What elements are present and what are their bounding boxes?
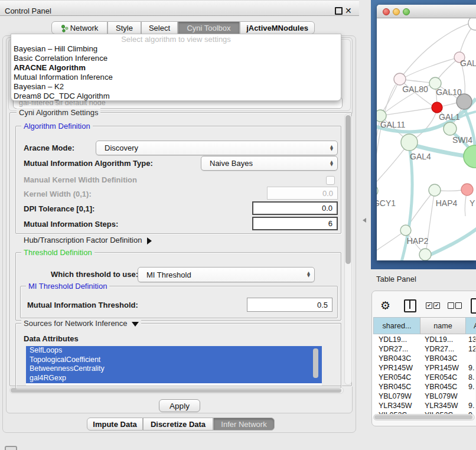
table-row[interactable]: YDR27... YDR27... 12 [372,344,475,354]
control-panel-titlebar [0,0,359,16]
cell-value: 12 [468,344,475,354]
settings-horizontal-scrollbar-thumb[interactable] [11,388,341,393]
table-row[interactable]: YDL19... YDL19... 13 [372,335,475,344]
algorithm-option[interactable]: Basic Correlation Inference [11,54,341,63]
node-gcy1[interactable] [377,185,378,197]
node-gal1-red[interactable] [432,102,442,113]
node-hap2[interactable] [400,225,411,236]
bottom-left-partial-icon [5,446,17,450]
algorithm-option-aracne[interactable]: ARACNE Algorithm [11,63,341,73]
algorithm-popup: Select algorithm to view settings Bayesi… [11,34,341,101]
float-window-icon[interactable] [335,7,343,15]
columns-icon[interactable] [404,299,416,312]
network-window-titlebar[interactable] [377,5,476,18]
mi-algorithm-type-value: Naive Bayes [210,159,253,168]
which-threshold-select[interactable]: MI Threshold ▲▼ [138,267,315,282]
attribute-item[interactable]: gal4RGexp [26,374,322,383]
cell-name: YBR043C [425,354,467,363]
tab-select-label: Select [149,24,170,32]
attribute-item[interactable]: TopologicalCoefficient [26,356,322,365]
label-hap4: HAP4 [436,198,458,208]
sources-group-label[interactable]: Sources for Network Inference [21,319,141,328]
node-gal80[interactable] [394,73,406,85]
algorithm-popup-prompt: Select algorithm to view settings [11,34,341,44]
table-row[interactable]: YBL079W YBL079W [372,392,475,401]
apply-button[interactable]: Apply [159,399,200,412]
table-horizontal-scrollbar-thumb[interactable] [374,415,472,419]
table-row[interactable]: YPR145W YPR145W 9. [372,363,475,373]
aracne-mode-select[interactable]: Discovery ▲▼ [96,141,338,155]
tab-select[interactable]: Select [141,21,178,34]
label-gcy1: GCY1 [377,198,396,208]
node-bright-green[interactable] [464,145,476,168]
node-partial-top[interactable] [468,18,476,30]
tab-cyni-toolbox[interactable]: Cyni Toolbox [178,21,240,34]
mi-algorithm-type-select[interactable]: Naive Bayes ▲▼ [201,156,338,171]
tab-network[interactable]: Network [51,21,107,34]
cell-value: 9. [468,382,475,392]
network-icon [61,24,69,32]
close-icon[interactable]: ✕ [345,4,352,18]
node-salmon[interactable] [461,184,473,195]
cell-name: YDL19... [425,335,467,344]
table-rows-area: YDL19... YDL19... 13 YDR27... YDR27... 1… [372,334,475,418]
tab-infer-network[interactable]: Infer Network [213,418,275,431]
manual-kernel-width-checkbox[interactable] [326,176,335,185]
node-gal4[interactable] [401,134,418,151]
node-swi4[interactable] [444,122,457,135]
label-gal10: GAL10 [436,87,462,97]
tab-jactivemnodules[interactable]: jActiveMNodules [240,21,315,34]
algorithm-option[interactable]: Dream8 DC_TDC Algorithm [11,92,341,101]
table-row[interactable]: YBR045C YBR045C 9. [372,382,475,392]
document-icon-partial[interactable] [471,298,476,314]
cell-shared-name: YER054C [379,373,421,382]
table-row[interactable]: YBR043C YBR043C [372,354,475,363]
cell-value: 8. [468,373,475,382]
traffic-light-zoom-icon[interactable] [403,8,410,15]
column-header-shared-name[interactable]: shared... [373,317,420,334]
tab-impute-data[interactable]: Impute Data [87,418,143,431]
settings-vertical-scrollbar-thumb[interactable] [345,115,351,264]
splitter-collapse-arrow[interactable] [363,218,366,223]
checked-checkbox-icon[interactable]: ✔ [433,302,440,309]
node-hap4[interactable] [429,184,441,196]
attribute-item[interactable]: SelfLoops [26,346,322,356]
cell-name: YDR27... [425,344,467,354]
cell-value: 13 [468,335,475,344]
hub-definition-expander[interactable]: Hub/Transcription Factor Definition [24,236,152,244]
traffic-light-minimize-icon[interactable] [393,8,400,15]
mi-steps-label: Mutual Information Steps: [24,220,118,229]
table-row[interactable]: YER054C YER054C 8. [372,373,475,382]
unchecked-checkbox-icon[interactable] [448,302,454,309]
screenshot-root: Control Panel ✕ Network Style Select Cyn… [0,0,476,450]
tab-style[interactable]: Style [107,21,141,34]
mi-threshold-field[interactable]: 0.5 [247,298,332,312]
column-header-partial[interactable]: A [465,317,476,334]
algorithm-option[interactable]: Bayesian – K2 [11,82,341,92]
mi-steps-field[interactable]: 6 [252,217,338,230]
table-panel-title: Table Panel [376,272,416,286]
table-row[interactable]: YLR345W YLR345W 9. [372,401,475,410]
network-canvas[interactable]: GAL GAL80 GAL10 GAL1 GAL11 SWI4 GAL4 GCY… [377,18,476,260]
tab-discretize-data[interactable]: Discretize Data [143,418,213,431]
unchecked-checkbox-icon[interactable] [455,302,462,309]
algorithm-option[interactable]: Bayesian – Hill Climbing [11,44,341,54]
node-partial-bottom[interactable] [419,249,431,260]
cell-shared-name: YBR045C [379,382,421,392]
label-gal11: GAL11 [380,120,406,129]
aracne-mode-label: Aracne Mode: [24,144,74,152]
algorithm-option[interactable]: Mutual Information Inference [11,73,341,82]
dpi-tolerance-field[interactable]: 0.0 [252,201,338,215]
mi-threshold-label: Mutual Information Threshold: [27,301,138,309]
column-header-name[interactable]: name [420,317,466,334]
attribute-item[interactable]: BetweennessCentrality [26,364,322,374]
label-gal-partial: GAL [460,58,476,68]
gear-icon[interactable]: ⚙ [380,299,390,311]
kernel-width-field[interactable]: 0.0 [267,187,338,200]
cell-name: YER054C [425,373,467,382]
mi-algorithm-type-label: Mutual Information Algorithm Type: [24,159,153,168]
cell-shared-name: YPR145W [379,363,421,373]
checked-checkbox-icon[interactable]: ✔ [426,302,432,309]
traffic-light-close-icon[interactable] [383,8,390,15]
attributes-list-scrollbar-thumb[interactable] [313,348,318,378]
